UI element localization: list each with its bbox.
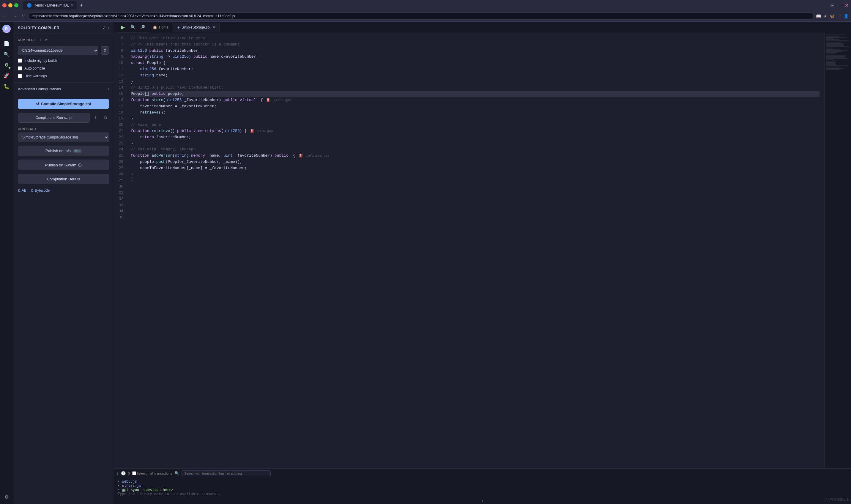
- sidebar-item-search[interactable]: 🔍: [2, 49, 11, 59]
- ipfs-badge: IPFS: [73, 149, 82, 153]
- listen-checkbox[interactable]: [132, 471, 136, 475]
- hide-warnings-checkbox[interactable]: [18, 74, 22, 78]
- sidebar-item-compiler[interactable]: ⚙: [2, 60, 11, 70]
- maximize-window-btn[interactable]: [14, 3, 18, 7]
- tab-bar: 🔵 Remix - Ethereum IDE × +: [21, 0, 87, 11]
- code-content[interactable]: // This gets initialized to zero!// <- T…: [126, 33, 824, 468]
- minimize-btn[interactable]: —: [837, 2, 843, 8]
- run-btn[interactable]: ▶: [119, 23, 127, 31]
- console-clock-btn[interactable]: 🕐: [121, 471, 126, 475]
- table-row: // view, pure: [131, 122, 819, 128]
- tab-home[interactable]: 🏠 Home: [149, 23, 173, 32]
- more-btn[interactable]: ⋯: [837, 14, 841, 18]
- compile-run-row: Compile and Run script ℹ ⧉: [18, 113, 109, 123]
- table-row: return favoriteNumber;: [131, 134, 819, 141]
- zoom-in-btn[interactable]: 🔎: [139, 23, 146, 31]
- contract-select[interactable]: SimpleStorage (SimpleStorage.sol): [18, 132, 109, 142]
- editor-tabs: ▶ 🔍 🔎 🏠 Home ◈ SimpleStorage.sol ✕: [114, 22, 851, 33]
- close-file-tab-btn[interactable]: ✕: [213, 25, 215, 29]
- reload-btn[interactable]: ↻: [20, 13, 26, 19]
- restore-btn[interactable]: ⊟: [830, 2, 835, 8]
- minimize-window-btn[interactable]: [8, 3, 13, 7]
- profile-btn[interactable]: 👤: [844, 14, 849, 18]
- zoom-out-btn[interactable]: 🔍: [129, 23, 137, 31]
- tab-file[interactable]: ◈ SimpleStorage.sol ✕: [173, 23, 220, 32]
- table-row: favoriteNumber = _favoriteNumber;: [131, 103, 819, 110]
- compile-run-copy-btn[interactable]: ⧉: [101, 114, 109, 122]
- deploy-icon: 🚀: [3, 73, 10, 78]
- table-row: mapping(string => uint256) public nameTo…: [131, 54, 819, 60]
- advanced-config-section[interactable]: Advanced Configurations ›: [13, 82, 114, 95]
- compiler-icon: ⚙: [4, 62, 8, 68]
- advanced-config-title: Advanced Configurations: [18, 87, 61, 91]
- new-tab-btn[interactable]: +: [78, 2, 85, 9]
- auto-compile-checkbox[interactable]: [18, 66, 22, 70]
- console-line-1: • web3.js: [117, 479, 848, 484]
- sidebar-item-files[interactable]: 📄: [2, 39, 11, 48]
- window-controls: [2, 3, 18, 7]
- table-row: }: [131, 172, 819, 178]
- bytecode-btn[interactable]: ⧉ Bytecode: [31, 188, 50, 193]
- back-btn[interactable]: ←: [2, 13, 9, 19]
- panel-title: SOLIDITY COMPILER: [18, 25, 59, 30]
- console-search-btn[interactable]: 🔍: [175, 471, 179, 475]
- compiler-settings-btn[interactable]: ⚙: [101, 46, 109, 55]
- close-window-btn[interactable]: [2, 3, 6, 7]
- table-row: // This gets initialized to zero!: [131, 35, 819, 41]
- compilation-details-btn[interactable]: Compilation Details: [18, 174, 109, 184]
- compile-icon: ↺: [36, 102, 39, 106]
- table-row: // calldata, memory, storage: [131, 146, 819, 153]
- console-clear-btn[interactable]: ↓: [116, 471, 119, 475]
- table-row: // <- This means that this section is a …: [131, 41, 819, 48]
- debug-icon: 🐛: [3, 84, 10, 89]
- compiler-version-row: 0.8.24+commit.e11b9ed9 ⚙: [13, 44, 114, 57]
- publish-ipfs-btn[interactable]: Publish on Ipfs IPFS: [18, 146, 109, 156]
- version-select[interactable]: 0.8.24+commit.e11b9ed9: [18, 46, 98, 55]
- compile-btn[interactable]: ↺ Compile SimpleStorage.sol: [18, 98, 109, 109]
- home-icon: 🏠: [153, 25, 157, 30]
- abi-btn[interactable]: ⧉ ABI: [18, 188, 27, 193]
- console-hint-text: Type the library name to see available c…: [117, 492, 221, 496]
- console-ethers-link[interactable]: ethers.js: [122, 484, 141, 488]
- nightly-builds-checkbox[interactable]: [18, 58, 22, 63]
- advanced-config-chevron: ›: [108, 86, 109, 92]
- extensions-btn[interactable]: 🦋: [830, 14, 835, 18]
- bookmark-btn[interactable]: ★: [823, 14, 827, 18]
- browser-chrome: 🔵 Remix - Ethereum IDE × + ⊟ — ✕ ← → ↻ 📖…: [0, 0, 851, 22]
- console-search-input[interactable]: [182, 470, 271, 476]
- compile-run-btn[interactable]: Compile and Run script: [18, 113, 90, 123]
- download-compiler-btn[interactable]: ⟳: [44, 37, 49, 43]
- chevron-right-icon[interactable]: ›: [108, 25, 109, 30]
- minimap: [824, 33, 851, 468]
- publish-swarm-btn[interactable]: Publish on Swarm ⬡: [18, 160, 109, 170]
- console-toolbar: ↓ 🕐 0 listen on all transactions 🔍: [114, 469, 851, 478]
- forward-btn[interactable]: →: [11, 13, 18, 19]
- console-expand-btn[interactable]: ›: [114, 497, 851, 504]
- sidebar-item-debug[interactable]: 🐛: [2, 82, 11, 91]
- abi-copy-icon: ⧉: [18, 188, 20, 193]
- close-btn[interactable]: ✕: [845, 3, 849, 8]
- panel-header: SOLIDITY COMPILER ✓ ›: [13, 22, 114, 34]
- bottom-actions: ⧉ ABI ⧉ Bytecode: [13, 186, 114, 195]
- sidebar-item-deploy[interactable]: 🚀: [2, 71, 11, 80]
- console-web3-link[interactable]: web3.js: [122, 479, 137, 484]
- table-row: }: [131, 79, 819, 85]
- table-row: function retrieve() public view returns(…: [131, 128, 819, 134]
- browser-tab[interactable]: 🔵 Remix - Ethereum IDE ×: [23, 1, 77, 10]
- url-input[interactable]: [29, 13, 814, 20]
- close-tab-btn[interactable]: ×: [71, 3, 73, 7]
- sidebar-item-settings[interactable]: ⚙: [2, 492, 11, 502]
- console-gpt-prompt: gpt <your question here>: [122, 488, 173, 492]
- table-row: nameToFavoriteNumber[_name] = _favoriteN…: [131, 165, 819, 172]
- code-editor[interactable]: 6789101112131415161718192021222324252627…: [114, 33, 824, 468]
- file-icon: ◈: [177, 25, 180, 30]
- table-row: string name;: [131, 73, 819, 79]
- minimap-code: [825, 33, 851, 71]
- read-mode-btn[interactable]: 📖: [816, 14, 821, 18]
- compiler-label-text: COMPILER: [18, 38, 36, 41]
- table-row: uint256 public favoriteNumber;: [131, 48, 819, 54]
- auto-compile-label: Auto compile: [24, 66, 45, 70]
- table-row: uint256 favoriteNumber;: [131, 66, 819, 73]
- compile-run-info-btn[interactable]: ℹ: [92, 114, 99, 122]
- add-compiler-btn[interactable]: ＋: [38, 37, 43, 43]
